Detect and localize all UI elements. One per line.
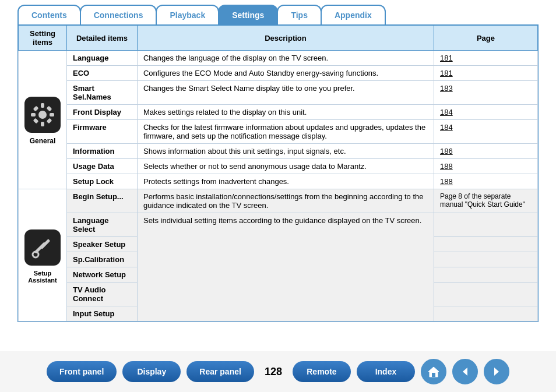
- item-eco: ECO: [67, 66, 138, 81]
- table-row: Setup Lock Protects settings from inadve…: [19, 174, 538, 189]
- item-tv-audio-connect: TV Audio Connect: [67, 282, 138, 306]
- item-information: Information: [67, 144, 138, 159]
- desc-eco: Configures the ECO Mode and Auto Standby…: [137, 66, 434, 81]
- svg-rect-8: [47, 118, 52, 124]
- table-row: Front Display Makes settings related to …: [19, 105, 538, 120]
- desc-begin-setup: Performs basic installation/connections/…: [137, 189, 434, 213]
- page-speaker-setup: [434, 237, 537, 252]
- page-sp-calibration: [434, 252, 537, 267]
- page-eco: 181: [434, 66, 537, 81]
- table-row: ECO Configures the ECO Mode and Auto Sta…: [19, 66, 538, 81]
- table-row: Language Select Sets individual setting …: [19, 213, 538, 237]
- item-smart-sel: Smart Sel.Names: [67, 81, 138, 105]
- table-row: Usage Data Selects whether or not to sen…: [19, 159, 538, 174]
- tab-contents[interactable]: Contents: [17, 5, 81, 24]
- col-detailed-items: Detailed items: [67, 26, 138, 51]
- desc-setup-lock: Protects settings from inadvertent chang…: [137, 174, 434, 189]
- desc-usage-data: Selects whether or not to send anonymous…: [137, 159, 434, 174]
- svg-rect-13: [432, 373, 435, 377]
- tab-connections[interactable]: Connections: [80, 5, 157, 24]
- item-sp-calibration: Sp.Calibration: [67, 252, 138, 267]
- desc-front-display: Makes settings related to the display on…: [137, 105, 434, 120]
- page-number: 128: [260, 366, 287, 378]
- desc-information: Shows information about this unit settin…: [137, 144, 434, 159]
- general-icon-cell: General: [19, 51, 67, 189]
- tab-settings[interactable]: Settings: [218, 5, 278, 24]
- page-setup-lock: 188: [434, 174, 537, 189]
- page-smart-sel: 183: [434, 81, 537, 105]
- svg-point-10: [33, 252, 38, 257]
- table-row: Firmware Checks for the latest firmware …: [19, 120, 538, 144]
- display-button[interactable]: Display: [122, 361, 181, 382]
- item-usage-data: Usage Data: [67, 159, 138, 174]
- tab-appendix[interactable]: Appendix: [321, 5, 386, 24]
- front-panel-button[interactable]: Front panel: [47, 361, 117, 382]
- svg-rect-4: [50, 113, 54, 116]
- setup-assistant-icon: [24, 229, 61, 266]
- home-icon: [427, 365, 440, 378]
- svg-rect-11: [40, 239, 51, 249]
- setup-assistant-icon-cell: Setup Assistant: [19, 189, 67, 322]
- page-language: 181: [434, 51, 537, 66]
- item-setup-lock: Setup Lock: [67, 174, 138, 189]
- svg-rect-1: [41, 103, 44, 108]
- item-network-setup: Network Setup: [67, 267, 138, 282]
- table-row: Setup Assistant Begin Setup... Performs …: [19, 189, 538, 213]
- rear-panel-button[interactable]: Rear panel: [186, 361, 254, 382]
- gear-icon: [30, 102, 55, 128]
- page-begin-setup: Page 8 of the separate manual "Quick Sta…: [434, 189, 537, 213]
- tabs-bar: Contents Connections Playback Settings T…: [0, 0, 556, 24]
- item-begin-setup: Begin Setup...: [67, 189, 138, 213]
- item-front-display: Front Display: [67, 105, 138, 120]
- svg-marker-15: [494, 368, 499, 376]
- home-button[interactable]: [421, 359, 446, 384]
- setup-assistant-label: Setup Assistant: [24, 270, 61, 284]
- desc-language-select: Sets individual setting items according …: [137, 213, 434, 322]
- bottom-navigation: Front panel Display Rear panel 128 Remot…: [0, 351, 556, 392]
- item-language-select: Language Select: [67, 213, 138, 237]
- back-button[interactable]: [452, 359, 478, 384]
- table-row: Smart Sel.Names Changes the Smart Select…: [19, 81, 538, 105]
- svg-point-0: [38, 111, 47, 119]
- svg-marker-14: [463, 368, 467, 376]
- item-language: Language: [67, 51, 138, 66]
- svg-rect-5: [33, 106, 39, 112]
- table-row: General Language Changes the language of…: [19, 51, 538, 66]
- col-page: Page: [434, 26, 537, 51]
- settings-table-container: Setting items Detailed items Description…: [17, 24, 539, 322]
- svg-rect-2: [41, 122, 44, 126]
- item-input-setup: Input Setup: [67, 306, 138, 322]
- index-button[interactable]: Index: [357, 361, 415, 382]
- page-input-setup: [434, 306, 537, 322]
- back-arrow-icon: [459, 366, 471, 377]
- table-header-row: Setting items Detailed items Description…: [19, 26, 538, 51]
- page-firmware: 184: [434, 120, 537, 144]
- page-tv-audio-connect: [434, 282, 537, 306]
- desc-smart-sel: Changes the Smart Select Name display ti…: [137, 81, 434, 105]
- col-setting-items: Setting items: [19, 26, 67, 51]
- svg-rect-7: [33, 118, 39, 124]
- page-information: 186: [434, 144, 537, 159]
- svg-rect-3: [31, 113, 36, 116]
- general-label: General: [24, 137, 61, 145]
- table-row: Information Shows information about this…: [19, 144, 538, 159]
- page-network-setup: [434, 267, 537, 282]
- page-language-select: [434, 213, 537, 237]
- general-icon: [24, 97, 61, 133]
- tab-playback[interactable]: Playback: [156, 5, 219, 24]
- item-speaker-setup: Speaker Setup: [67, 237, 138, 252]
- forward-button[interactable]: [484, 359, 509, 384]
- remote-button[interactable]: Remote: [293, 361, 351, 382]
- wrench-icon: [30, 235, 55, 260]
- tab-tips[interactable]: Tips: [277, 5, 322, 24]
- desc-firmware: Checks for the latest firmware informati…: [137, 120, 434, 144]
- col-description: Description: [137, 26, 434, 51]
- item-firmware: Firmware: [67, 120, 138, 144]
- forward-arrow-icon: [491, 366, 502, 377]
- page-front-display: 184: [434, 105, 537, 120]
- page-usage-data: 188: [434, 159, 537, 174]
- desc-language: Changes the language of the display on t…: [137, 51, 434, 66]
- svg-rect-6: [47, 106, 52, 112]
- settings-table: Setting items Detailed items Description…: [18, 25, 538, 322]
